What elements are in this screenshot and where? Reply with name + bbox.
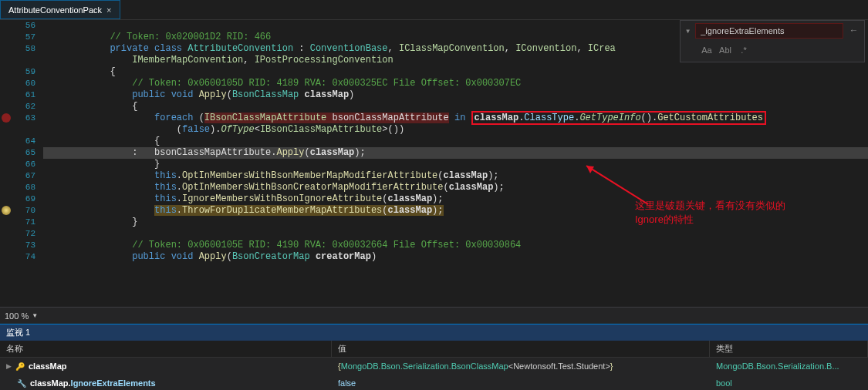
zoom-dropdown-icon[interactable]: ▼ xyxy=(32,312,38,319)
breakpoint-icon[interactable] xyxy=(2,113,11,123)
zoom-bar: 100 % ▼ xyxy=(0,307,868,324)
watch-header-name[interactable]: 名称 xyxy=(0,341,332,357)
breakpoint-margin[interactable] xyxy=(0,20,12,307)
search-match-case[interactable]: Aa xyxy=(699,43,714,57)
code-content[interactable]: // Token: 0x020001D2 RID: 466 private cl… xyxy=(43,20,868,307)
search-input[interactable] xyxy=(695,23,843,39)
watch-header-type[interactable]: 类型 xyxy=(710,341,868,357)
document-tab[interactable]: AttributeConventionPack × xyxy=(0,0,120,19)
variable-icon: 🔑 xyxy=(15,361,25,372)
search-regex[interactable]: .* xyxy=(736,43,751,57)
code-editor[interactable]: 56 57 58 59 60 61 62 63 64 65 66 67 68 6… xyxy=(0,20,868,307)
watch-value: false xyxy=(332,377,710,389)
tab-close-icon[interactable]: × xyxy=(106,5,111,15)
watch-header-value[interactable]: 值 xyxy=(332,341,710,357)
zoom-level[interactable]: 100 % xyxy=(5,311,29,321)
search-match-word[interactable]: Abl xyxy=(718,43,733,57)
annotation-text: 这里是破题关键，看有没有类似的 Ignore的特性 xyxy=(635,199,785,227)
watch-value: {MongoDB.Bson.Serialization.BsonClassMap… xyxy=(332,360,710,372)
search-prev-icon[interactable]: ← xyxy=(848,25,860,36)
watch-row[interactable]: ▶ 🔑 classMap {MongoDB.Bson.Serialization… xyxy=(0,358,868,375)
watch-var-name: classMap xyxy=(29,361,67,371)
highlighted-expression: classMap.ClassType.GetTypeInfo().GetCust… xyxy=(471,111,766,125)
line-number-gutter: 56 57 58 59 60 61 62 63 64 65 66 67 68 6… xyxy=(12,20,43,307)
search-expand-chevron-icon[interactable]: ▾ xyxy=(685,25,691,37)
watch-header-row: 名称 值 类型 xyxy=(0,341,868,358)
watch-type: MongoDB.Bson.Serialization.B... xyxy=(710,360,868,372)
tab-bar: AttributeConventionPack × xyxy=(0,0,868,20)
expand-icon[interactable]: ▶ xyxy=(6,362,12,370)
watch-var-name: classMap.IgnoreExtraElements xyxy=(30,378,156,388)
watch-row[interactable]: 🔧 classMap.IgnoreExtraElements false boo… xyxy=(0,375,868,390)
tab-title: AttributeConventionPack xyxy=(8,5,102,15)
search-panel: ▾ ← Aa Abl .* xyxy=(680,20,865,62)
execution-pointer-icon[interactable] xyxy=(2,206,11,215)
property-icon: 🔧 xyxy=(16,378,27,388)
watch-type: bool xyxy=(710,377,868,389)
watch-panel-title[interactable]: 监视 1 xyxy=(0,324,868,341)
watch-panel: 监视 1 名称 值 类型 ▶ 🔑 classMap {MongoDB.Bson.… xyxy=(0,324,868,390)
